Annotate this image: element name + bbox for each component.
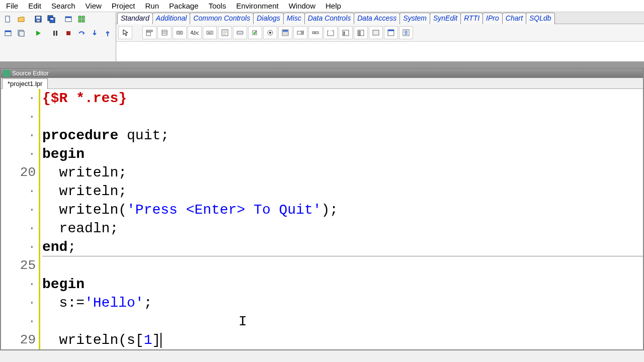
svg-rect-22 — [162, 30, 167, 35]
tab-data-controls[interactable]: Data Controls — [304, 13, 355, 24]
step-over-button[interactable] — [75, 28, 88, 39]
text-cursor-icon: I — [238, 312, 247, 331]
svg-rect-14 — [5, 31, 11, 32]
tab-system[interactable]: System — [399, 13, 430, 24]
svg-rect-21 — [146, 32, 150, 36]
menu-project[interactable]: Project — [107, 1, 140, 11]
tab-sqldb[interactable]: SQLdb — [526, 13, 555, 24]
menu-view[interactable]: View — [80, 1, 107, 11]
tab-dialogs[interactable]: Dialogs — [253, 13, 284, 24]
tab-common-controls[interactable]: Common Controls — [190, 13, 254, 24]
palette-combobox[interactable] — [293, 26, 307, 39]
palette-label[interactable]: Abc — [188, 26, 202, 39]
svg-rect-45 — [314, 32, 316, 34]
editor-title: Source Editor — [12, 70, 49, 77]
menu-window[interactable]: Window — [284, 1, 320, 11]
svg-rect-34 — [237, 31, 243, 34]
editor-tab-project1[interactable]: *project1.lpr — [2, 78, 48, 89]
pause-button[interactable] — [49, 28, 61, 39]
svg-rect-3 — [37, 20, 40, 22]
tab-chart[interactable]: Chart — [502, 13, 526, 24]
save-button[interactable] — [32, 14, 44, 25]
new-form-button[interactable] — [62, 14, 74, 25]
svg-rect-9 — [78, 16, 81, 19]
menu-edit[interactable]: Edit — [23, 1, 46, 11]
edit-caret — [160, 333, 162, 348]
svg-rect-10 — [82, 16, 85, 19]
tab-additional[interactable]: Additional — [152, 13, 191, 24]
open-button[interactable] — [15, 14, 27, 25]
palette-listbox[interactable] — [278, 26, 292, 39]
svg-rect-16 — [19, 31, 24, 36]
palette-checkbox[interactable] — [248, 26, 262, 39]
svg-rect-19 — [66, 31, 70, 35]
editor-icon — [3, 70, 10, 77]
palette-actionlist[interactable] — [399, 26, 413, 39]
palette-popupmenu[interactable] — [157, 26, 172, 39]
svg-rect-39 — [283, 30, 288, 32]
tab-synedit[interactable]: SynEdit — [430, 13, 461, 24]
svg-rect-53 — [359, 34, 360, 35]
svg-rect-12 — [82, 20, 85, 22]
svg-rect-8 — [65, 17, 71, 18]
palette-radiobutton[interactable] — [263, 26, 277, 39]
svg-rect-56 — [388, 30, 394, 31]
svg-rect-20 — [146, 30, 152, 32]
svg-text:OK: OK — [178, 31, 182, 34]
svg-text:ab|: ab| — [208, 31, 212, 34]
step-into-button[interactable] — [89, 28, 101, 39]
menu-search[interactable]: Search — [46, 1, 80, 11]
palette-checkgroup[interactable] — [354, 26, 368, 39]
menu-help[interactable]: Help — [320, 1, 346, 11]
svg-rect-17 — [53, 31, 55, 36]
tab-ipro[interactable]: IPro — [482, 13, 503, 24]
menubar: File Edit Search View Project Run Packag… — [0, 0, 644, 12]
code-lines[interactable]: {$R *.res} procedure quit; begin writeln… — [40, 89, 643, 349]
palette-button[interactable]: OK — [173, 26, 187, 39]
component-tabs: Standard Additional Common Controls Dial… — [116, 12, 644, 24]
svg-rect-52 — [359, 31, 360, 33]
save-all-button[interactable] — [45, 14, 57, 25]
palette-frame[interactable] — [384, 26, 398, 39]
new-form2-button[interactable] — [2, 28, 14, 39]
svg-point-49 — [344, 32, 345, 33]
palette-memo[interactable] — [218, 26, 232, 39]
menu-tools[interactable]: Tools — [203, 1, 231, 11]
stop-button[interactable] — [62, 28, 74, 39]
menu-environment[interactable]: Environment — [231, 1, 283, 11]
tab-data-access[interactable]: Data Access — [354, 13, 400, 24]
editor-titlebar[interactable]: Source Editor — [1, 69, 643, 78]
svg-text:Abc: Abc — [191, 30, 199, 36]
palette-togglebox[interactable] — [233, 26, 247, 39]
menu-package[interactable]: Package — [164, 1, 203, 11]
svg-rect-54 — [373, 30, 379, 35]
palette-edit[interactable]: ab| — [203, 26, 217, 39]
gutter[interactable]: 20 25 29 — [1, 89, 40, 349]
svg-rect-6 — [50, 18, 53, 20]
svg-rect-18 — [56, 31, 57, 36]
svg-rect-2 — [36, 17, 40, 19]
palette-groupbox[interactable] — [324, 26, 338, 39]
menu-run[interactable]: Run — [140, 1, 165, 11]
toggle-form-unit-button[interactable] — [15, 28, 27, 39]
editor-tabs: *project1.lpr — [1, 78, 643, 89]
palette-pointer[interactable] — [118, 26, 132, 39]
palette-radiogroup[interactable] — [339, 26, 353, 39]
tab-standard[interactable]: Standard — [117, 13, 153, 24]
menu-file[interactable]: File — [1, 1, 23, 11]
component-palette: OK Abc ab| — [116, 24, 644, 41]
svg-rect-46 — [328, 31, 334, 36]
code-editor[interactable]: 20 25 29 {$R *.res} procedure quit; begi… — [1, 89, 643, 349]
svg-rect-47 — [329, 30, 332, 31]
tab-rtti[interactable]: RTTI — [460, 13, 483, 24]
palette-mainmenu[interactable] — [142, 26, 156, 39]
palette-scrollbar[interactable] — [308, 26, 323, 39]
svg-rect-11 — [78, 20, 81, 22]
run-button[interactable] — [32, 28, 44, 39]
palette-panel[interactable] — [369, 26, 383, 39]
step-out-button[interactable] — [102, 28, 114, 39]
tab-misc[interactable]: Misc — [283, 13, 305, 24]
view-units-button[interactable] — [75, 14, 88, 25]
new-unit-button[interactable] — [2, 14, 14, 25]
source-editor-window: Source Editor *project1.lpr 20 25 29 {$R… — [0, 68, 644, 350]
